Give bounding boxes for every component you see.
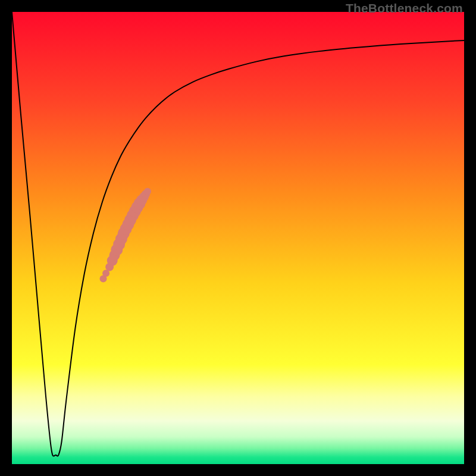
chart-frame: TheBottleneck.com (0, 0, 476, 476)
highlight-dot (144, 188, 151, 195)
gradient-background (12, 12, 464, 464)
watermark-text: TheBottleneck.com (346, 1, 463, 15)
chart-plot (12, 12, 464, 464)
